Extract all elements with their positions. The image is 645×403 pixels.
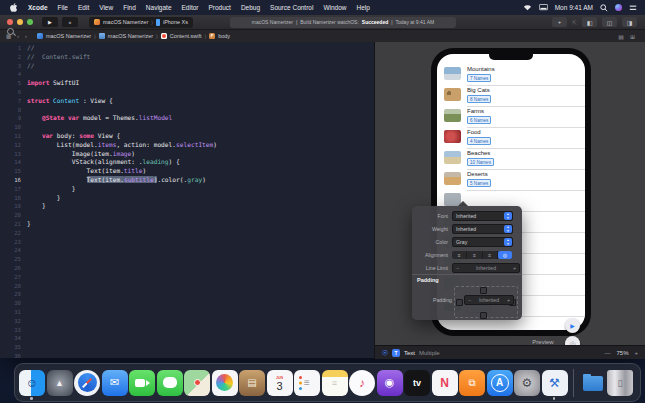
dock-launchpad-icon[interactable]: ▲: [47, 370, 73, 396]
menu-item-product[interactable]: Product: [203, 4, 235, 11]
apple-menu-icon[interactable]: [5, 3, 23, 12]
dock-tv-icon[interactable]: tv: [404, 370, 430, 396]
menu-item-view[interactable]: View: [94, 4, 118, 11]
menu-item-find[interactable]: Find: [118, 4, 141, 11]
breadcrumb-item[interactable]: macOS Namerizer: [108, 33, 153, 39]
dock-finder-icon[interactable]: ☺: [19, 370, 45, 396]
breadcrumb-item[interactable]: macOS Namerizer: [46, 33, 91, 39]
zoom-out-button[interactable]: —: [604, 350, 610, 356]
library-add-button[interactable]: +: [552, 17, 567, 27]
align-right-icon[interactable]: ≡: [483, 251, 498, 259]
dock-reminders-icon[interactable]: ≡: [294, 370, 320, 396]
stepper-minus[interactable]: −: [468, 297, 471, 303]
dock-trash-icon[interactable]: ▯: [607, 370, 633, 396]
notification-center-icon[interactable]: [629, 4, 637, 12]
row-thumbnail: [444, 151, 461, 164]
stop-button[interactable]: ■: [62, 17, 78, 27]
dock-music-icon[interactable]: ♪: [349, 370, 375, 396]
dock-appstore-icon[interactable]: A: [487, 370, 513, 396]
dock-safari-icon[interactable]: [74, 370, 100, 396]
breadcrumb-item[interactable]: body: [218, 33, 230, 39]
adjust-editor-icon[interactable]: ▤: [618, 33, 624, 40]
spotlight-search-icon[interactable]: [600, 4, 608, 12]
dock-podcasts-icon[interactable]: ◉: [377, 370, 403, 396]
padding-bottom-checkbox[interactable]: [480, 312, 487, 319]
selection-pin-icon[interactable]: ⦿: [382, 350, 388, 356]
dock-notes-icon[interactable]: ≡: [322, 370, 348, 396]
color-dropdown[interactable]: Gray▲▼: [452, 237, 513, 247]
menu-item-file[interactable]: File: [53, 4, 73, 11]
dock-facetime-icon[interactable]: [129, 370, 155, 396]
zoom-in-button[interactable]: +: [634, 350, 638, 356]
padding-leading-checkbox[interactable]: [456, 299, 463, 306]
weight-dropdown[interactable]: Inherited▲▼: [452, 224, 513, 234]
siri-icon[interactable]: [615, 4, 622, 11]
row-subtitle-selected[interactable]: 6 Names: [467, 116, 491, 124]
selection-state-label: Multiple: [419, 350, 440, 356]
dock-maps-icon[interactable]: [184, 370, 210, 396]
menu-item-source-control[interactable]: Source Control: [265, 4, 318, 11]
dock-messages-icon[interactable]: [157, 370, 183, 396]
row-subtitle-selected[interactable]: 10 Names: [467, 158, 494, 166]
dock-books-icon[interactable]: ⧉: [459, 370, 485, 396]
dock-contacts-icon[interactable]: ▤: [239, 370, 265, 396]
alignment-segmented-control[interactable]: ≡≡≡◎: [452, 251, 512, 259]
code-token: }: [27, 194, 61, 201]
dock-xcode-icon[interactable]: ⚒: [542, 370, 568, 396]
editor-options-icon[interactable]: ⇱: [572, 19, 577, 26]
minimize-window-button[interactable]: [17, 19, 23, 25]
menu-item-debug[interactable]: Debug: [236, 4, 265, 11]
stepper-plus[interactable]: +: [507, 297, 510, 303]
align-left-icon[interactable]: ≡: [452, 251, 467, 259]
line-limit-stepper[interactable]: −Inherited+: [452, 263, 520, 273]
row-subtitle-selected[interactable]: 7 Names: [467, 74, 491, 82]
close-window-button[interactable]: [7, 19, 13, 25]
dock-downloads-icon[interactable]: [580, 370, 606, 396]
code-line: var body: some View {: [27, 132, 374, 141]
icon-glyph: A: [496, 377, 503, 388]
padding-top-checkbox[interactable]: [480, 287, 487, 294]
breadcrumb-item[interactable]: Content.swift: [170, 33, 202, 39]
wifi-icon[interactable]: [523, 4, 532, 11]
dock-photos-icon[interactable]: [212, 370, 238, 396]
menu-item-navigate[interactable]: Navigate: [141, 4, 177, 11]
add-editor-icon[interactable]: ⊞: [630, 33, 635, 40]
display-mirroring-icon[interactable]: [539, 4, 548, 11]
row-thumbnail: [444, 172, 461, 185]
zoom-level[interactable]: 75%: [616, 350, 628, 356]
forward-button[interactable]: ›: [25, 33, 27, 39]
code-token: }: [27, 202, 46, 209]
stepper-plus[interactable]: +: [513, 265, 516, 271]
dock-prefs-icon[interactable]: ⚙: [514, 370, 540, 396]
font-dropdown[interactable]: Inherited▲▼: [452, 211, 513, 221]
run-button[interactable]: ▶: [42, 17, 58, 27]
row-subtitle-selected[interactable]: 5 Names: [467, 179, 491, 187]
menu-item-window[interactable]: Window: [318, 4, 351, 11]
stepper-minus[interactable]: −: [456, 265, 459, 271]
padding-stepper[interactable]: −Inherited+: [464, 295, 514, 305]
menu-item-xcode[interactable]: Xcode: [23, 4, 53, 11]
debug-panel-toggle[interactable]: ◫: [602, 17, 617, 27]
zoom-window-button[interactable]: [27, 19, 33, 25]
dock-news-icon[interactable]: N: [432, 370, 458, 396]
row-subtitle-selected[interactable]: 8 Names: [467, 95, 491, 103]
menu-item-editor[interactable]: Editor: [177, 4, 204, 11]
scheme-selector[interactable]: macOS Namerizer 〉 iPhone Xs: [89, 17, 193, 28]
back-button[interactable]: ‹: [17, 33, 19, 39]
code-editor[interactable]: 1234567891011121314151617181920212223242…: [0, 42, 374, 358]
inspector-panel-toggle[interactable]: ◨: [622, 17, 637, 27]
menu-item-edit[interactable]: Edit: [73, 4, 94, 11]
navigator-panel-toggle[interactable]: ◧: [582, 17, 597, 27]
menu-clock[interactable]: Mon 9:41 AM: [555, 4, 593, 11]
dropdown-value: Inherited: [456, 226, 476, 232]
inspector-label: Alignment: [412, 252, 452, 258]
dock-mail-icon[interactable]: ✉: [102, 370, 128, 396]
align-center-icon[interactable]: ≡: [467, 251, 482, 259]
align-inherit-icon[interactable]: ◎: [498, 251, 512, 259]
row-subtitle-selected[interactable]: 4 Names: [467, 137, 491, 145]
menu-item-help[interactable]: Help: [352, 4, 375, 11]
code-token: Image(item.: [27, 150, 113, 157]
dock-calendar-icon[interactable]: JUN3: [267, 370, 293, 396]
pin-preview-button[interactable]: ◎: [565, 336, 580, 345]
live-preview-button[interactable]: ▶: [565, 318, 580, 333]
